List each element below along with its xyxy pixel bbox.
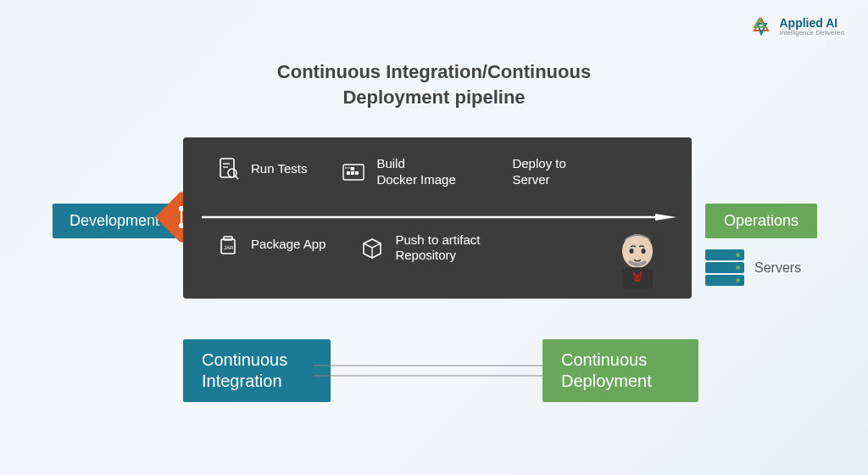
pipeline-row-bottom: JAR Package App Push to artifact Reposit… [215, 232, 668, 265]
docker-icon: Image [341, 159, 366, 185]
step-deploy-server: Deploy to Server [512, 156, 588, 188]
package-icon [359, 235, 385, 260]
cd-text: Continuous Deployment [561, 349, 680, 392]
servers-label: Servers [754, 260, 801, 276]
svg-point-17 [630, 249, 634, 254]
servers-group: Servers [705, 249, 801, 286]
step-label: Build Docker Image [376, 156, 461, 188]
jenkins-icon [612, 229, 663, 288]
step-label: Run Tests [251, 161, 307, 177]
pipeline-row-top: Run Tests Image Build Docker Image Deplo… [215, 156, 668, 188]
connector-lines [314, 360, 542, 386]
development-label: Development [53, 204, 176, 238]
step-run-tests: Run Tests [215, 156, 307, 182]
svg-rect-7 [351, 171, 354, 175]
svg-rect-6 [347, 171, 350, 175]
svg-text:JAR: JAR [224, 245, 234, 250]
svg-rect-14 [224, 237, 232, 240]
svg-marker-12 [655, 214, 676, 221]
svg-rect-8 [355, 171, 359, 175]
continuous-integration-label: Continuous Integration [183, 339, 331, 402]
logo-icon [749, 15, 773, 39]
diagram-title: Continuous Integration/Continuous Deploy… [222, 59, 646, 109]
step-push-artifact: Push to artifact Repository [359, 232, 497, 265]
ci-text: Continuous Integration [202, 349, 312, 392]
step-label: Package App [251, 237, 326, 253]
brand-subtitle: Intelligence Delivered [780, 30, 845, 37]
svg-text:Image: Image [345, 165, 355, 170]
continuous-deployment-label: Continuous Deployment [542, 339, 698, 402]
svg-rect-0 [220, 159, 234, 177]
pipeline-container: Run Tests Image Build Docker Image Deplo… [183, 137, 692, 299]
brand-logo: Applied AI Intelligence Delivered [749, 15, 845, 39]
operations-label: Operations [705, 204, 817, 238]
svg-point-18 [642, 249, 646, 254]
brand-title: Applied AI [780, 17, 845, 30]
svg-line-2 [235, 176, 238, 179]
svg-point-19 [635, 274, 640, 279]
step-label: Push to artifact Repository [395, 232, 497, 265]
pipeline-arrow [202, 214, 676, 221]
server-stack-icon [705, 249, 744, 286]
test-document-icon [215, 156, 241, 182]
step-package-app: JAR Package App [215, 232, 326, 258]
jar-icon: JAR [215, 232, 241, 258]
step-label: Deploy to Server [512, 156, 588, 188]
step-build-docker: Image Build Docker Image [341, 156, 461, 188]
